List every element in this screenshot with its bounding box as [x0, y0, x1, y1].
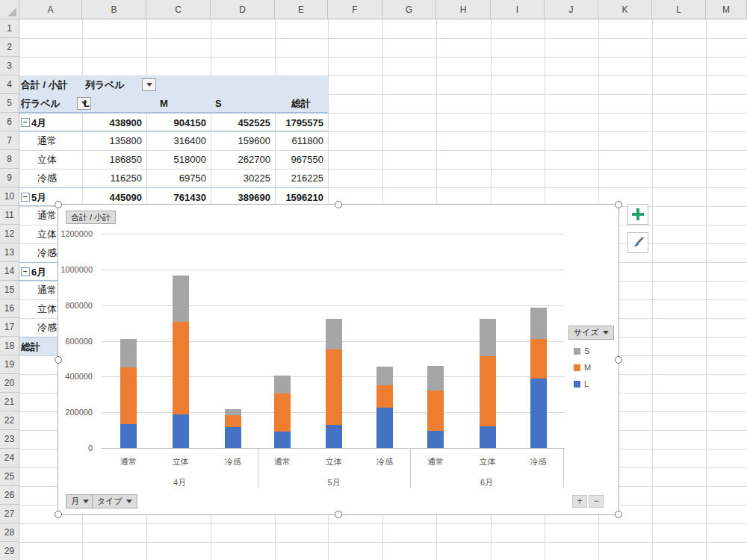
pivot-cell[interactable]: 116250: [82, 169, 146, 187]
pivot-cell[interactable]: 316400: [146, 131, 211, 150]
pivot-cell[interactable]: 262700: [211, 150, 275, 169]
row-header-17[interactable]: 17: [0, 318, 19, 337]
pivot-cell[interactable]: 1795575: [275, 113, 328, 132]
row-header-28[interactable]: 28: [0, 523, 19, 542]
bar-segment-S[interactable]: [173, 276, 189, 323]
pivot-cell[interactable]: 69750: [146, 169, 211, 187]
bar-segment-L[interactable]: [120, 424, 137, 448]
bar-segment-S[interactable]: [530, 308, 547, 339]
pivot-cell[interactable]: 518000: [146, 150, 211, 169]
row-header-12[interactable]: 12: [0, 225, 19, 243]
bar-segment-M[interactable]: [225, 415, 241, 428]
row-header-5[interactable]: 5: [0, 94, 19, 113]
row-header-3[interactable]: 3: [0, 57, 19, 75]
pivot-row-label[interactable]: 5月: [31, 188, 46, 207]
row-header-2[interactable]: 2: [0, 38, 19, 57]
bar-segment-S[interactable]: [480, 319, 496, 356]
pivot-cell[interactable]: 452525: [211, 113, 275, 132]
bar-segment-S[interactable]: [427, 366, 444, 391]
bar-segment-L[interactable]: [225, 427, 241, 448]
pivot-chart[interactable]: 合計 / 小計 02000004000006000008000001000000…: [58, 204, 619, 515]
row-header-13[interactable]: 13: [0, 243, 19, 262]
bar-segment-L[interactable]: [376, 408, 393, 448]
pivot-cell[interactable]: 967550: [275, 150, 328, 169]
pivot-cell[interactable]: 159600: [211, 131, 275, 150]
column-header-H[interactable]: H: [436, 0, 491, 19]
row-header-11[interactable]: 11: [0, 206, 19, 225]
pivot-cell[interactable]: 216225: [275, 169, 328, 187]
chart-elements-button[interactable]: [627, 204, 648, 225]
row-header-18[interactable]: 18: [0, 337, 19, 355]
pivot-row-label[interactable]: 冷感: [37, 169, 57, 187]
bar-segment-S[interactable]: [120, 339, 137, 367]
pivot-row-label[interactable]: 立体: [37, 299, 57, 318]
legend-field-button-size[interactable]: サイズ: [568, 326, 614, 340]
row-header-19[interactable]: 19: [0, 355, 19, 374]
pivot-cell[interactable]: 611800: [275, 131, 328, 150]
collapse-button[interactable]: −: [21, 118, 30, 127]
row-header-29[interactable]: 29: [0, 542, 19, 560]
row-header-23[interactable]: 23: [0, 430, 19, 449]
pivot-row-label[interactable]: 通常: [37, 131, 57, 150]
column-header-M[interactable]: M: [706, 0, 747, 19]
chart-selection-handle[interactable]: [55, 201, 62, 208]
bar-segment-L[interactable]: [480, 426, 496, 448]
axis-field-button-month[interactable]: 月: [66, 494, 94, 508]
bar-segment-M[interactable]: [376, 385, 393, 408]
bar-segment-M[interactable]: [480, 356, 496, 426]
chart-selection-handle[interactable]: [55, 511, 62, 518]
column-header-G[interactable]: G: [382, 0, 436, 19]
bar-segment-M[interactable]: [427, 391, 444, 431]
pivot-row-label[interactable]: 冷感: [37, 318, 57, 337]
pivot-cell[interactable]: 186850: [82, 150, 146, 169]
pivot-column-header-M[interactable]: M: [160, 94, 168, 113]
pivot-row-label[interactable]: 冷感: [37, 243, 57, 262]
bar-segment-M[interactable]: [173, 322, 189, 414]
row-header-20[interactable]: 20: [0, 374, 19, 393]
column-header-C[interactable]: C: [146, 0, 211, 19]
pivot-row-label[interactable]: 総計: [21, 337, 40, 356]
bar-segment-M[interactable]: [326, 349, 342, 424]
column-header-K[interactable]: K: [598, 0, 652, 19]
pivot-row-label[interactable]: 立体: [37, 150, 57, 169]
pivot-cell[interactable]: 904150: [146, 113, 211, 132]
bar-segment-L[interactable]: [427, 431, 444, 448]
chart-selection-handle[interactable]: [615, 356, 622, 364]
pivot-column-header-S[interactable]: S: [215, 94, 222, 113]
column-header-F[interactable]: F: [328, 0, 382, 19]
pivot-cell[interactable]: 30225: [211, 169, 275, 187]
bar-segment-L[interactable]: [530, 379, 547, 448]
column-label-filter-button[interactable]: [142, 78, 156, 91]
pivot-row-label[interactable]: 6月: [31, 263, 46, 281]
chart-selection-handle[interactable]: [335, 201, 342, 208]
row-header-24[interactable]: 24: [0, 449, 19, 467]
chart-selection-handle[interactable]: [55, 356, 62, 364]
pivot-cell[interactable]: 135800: [82, 131, 146, 150]
column-header-J[interactable]: J: [545, 0, 598, 19]
pivot-column-header-総計[interactable]: 総計: [291, 94, 311, 113]
pivot-row-label[interactable]: 4月: [31, 113, 46, 132]
row-header-1[interactable]: 1: [0, 19, 19, 38]
column-header-I[interactable]: I: [491, 0, 545, 19]
bar-segment-M[interactable]: [530, 339, 547, 379]
bar-segment-L[interactable]: [274, 432, 291, 448]
pivot-row-label[interactable]: 通常: [37, 281, 57, 299]
row-header-26[interactable]: 26: [0, 486, 19, 505]
row-header-21[interactable]: 21: [0, 393, 19, 411]
bar-segment-L[interactable]: [173, 414, 189, 448]
row-header-27[interactable]: 27: [0, 505, 19, 523]
pivot-row-label[interactable]: 通常: [37, 206, 57, 225]
chart-selection-handle[interactable]: [615, 201, 622, 208]
row-header-25[interactable]: 25: [0, 467, 19, 486]
row-header-6[interactable]: 6: [0, 113, 19, 131]
pivot-row-label[interactable]: 立体: [37, 225, 57, 243]
bar-segment-S[interactable]: [326, 319, 342, 350]
pivot-filter-cell[interactable]: 合計 / 小計: [21, 75, 68, 94]
column-header-D[interactable]: D: [211, 0, 275, 19]
column-header-E[interactable]: E: [275, 0, 328, 19]
bar-segment-M[interactable]: [274, 393, 291, 432]
chart-styles-button[interactable]: [627, 232, 648, 253]
collapse-button[interactable]: −: [21, 193, 30, 202]
column-header-A[interactable]: A: [19, 0, 82, 19]
chart-selection-handle[interactable]: [615, 511, 622, 518]
